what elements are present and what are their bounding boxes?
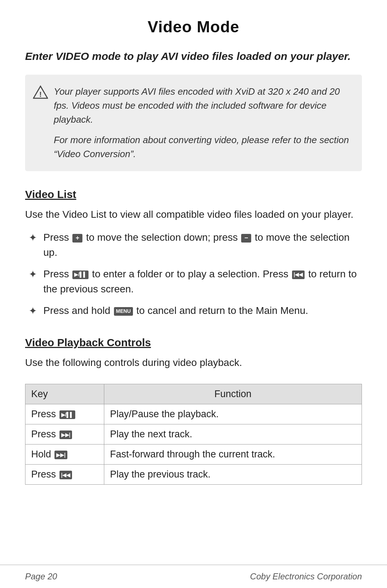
prev-icon: |◀◀ xyxy=(292,271,305,279)
table-key-cell: Hold ▶▶| xyxy=(25,444,104,465)
video-list-heading: Video List xyxy=(25,188,362,201)
bullet-cross-icon: ✦ xyxy=(29,304,37,319)
play-pause-icon: ▶/▌▌ xyxy=(72,271,89,279)
bullet-cross-icon: ✦ xyxy=(29,230,37,245)
bullet-text: Press ▶/▌▌ to enter a folder or to play … xyxy=(43,267,362,297)
list-item: ✦ Press and hold MENU to cancel and retu… xyxy=(29,303,362,319)
table-key-cell: Press ▶▶| xyxy=(25,424,104,444)
notice-line2: For more information about converting vi… xyxy=(54,133,351,161)
play-pause-icon: ▶/▌▌ xyxy=(59,410,76,419)
warning-icon: ! xyxy=(33,85,48,100)
page-title: Video Mode xyxy=(25,18,362,36)
plus-button-icon: + xyxy=(72,234,82,243)
page-number: Page 20 xyxy=(25,571,57,582)
controls-table: Key Function Press ▶/▌▌ Play/Pause the p… xyxy=(25,384,362,485)
table-row: Hold ▶▶| Fast-forward through the curren… xyxy=(25,444,362,465)
notice-text: Your player supports AVI files encoded w… xyxy=(54,85,351,161)
notice-box: ! Your player supports AVI files encoded… xyxy=(25,75,362,171)
bullet-cross-icon: ✦ xyxy=(29,267,37,282)
bullet-text: Press + to move the selection down; pres… xyxy=(43,230,362,260)
prev-icon: |◀◀ xyxy=(59,471,72,479)
table-row: Press ▶/▌▌ Play/Pause the playback. xyxy=(25,404,362,424)
menu-icon: MENU xyxy=(114,307,133,316)
brand-name: Coby Electronics Corporation xyxy=(250,571,362,582)
next-icon: ▶▶| xyxy=(59,431,72,439)
page-subtitle: Enter VIDEO mode to play AVI video files… xyxy=(25,49,362,64)
video-playback-body: Use the following controls during video … xyxy=(25,355,362,370)
table-row: Press ▶▶| Play the next track. xyxy=(25,424,362,444)
table-key-cell: Press ▶/▌▌ xyxy=(25,404,104,424)
table-key-cell: Press |◀◀ xyxy=(25,465,104,485)
table-function-cell: Fast-forward through the current track. xyxy=(104,444,362,465)
video-playback-heading: Video Playback Controls xyxy=(25,337,362,349)
page-footer: Page 20 Coby Electronics Corporation xyxy=(0,565,387,588)
bullet-text: Press and hold MENU to cancel and return… xyxy=(43,303,362,318)
table-function-cell: Play the next track. xyxy=(104,424,362,444)
svg-text:!: ! xyxy=(39,90,42,98)
minus-button-icon: − xyxy=(241,234,251,243)
col-key-header: Key xyxy=(25,384,104,404)
table-function-cell: Play/Pause the playback. xyxy=(104,404,362,424)
col-function-header: Function xyxy=(104,384,362,404)
table-function-cell: Play the previous track. xyxy=(104,465,362,485)
video-list-body: Use the Video List to view all compatibl… xyxy=(25,207,362,222)
next-icon: ▶▶| xyxy=(54,451,67,459)
list-item: ✦ Press ▶/▌▌ to enter a folder or to pla… xyxy=(29,267,362,297)
video-list-bullets: ✦ Press + to move the selection down; pr… xyxy=(25,230,362,325)
list-item: ✦ Press + to move the selection down; pr… xyxy=(29,230,362,260)
notice-line1: Your player supports AVI files encoded w… xyxy=(54,85,351,127)
table-row: Press |◀◀ Play the previous track. xyxy=(25,465,362,485)
